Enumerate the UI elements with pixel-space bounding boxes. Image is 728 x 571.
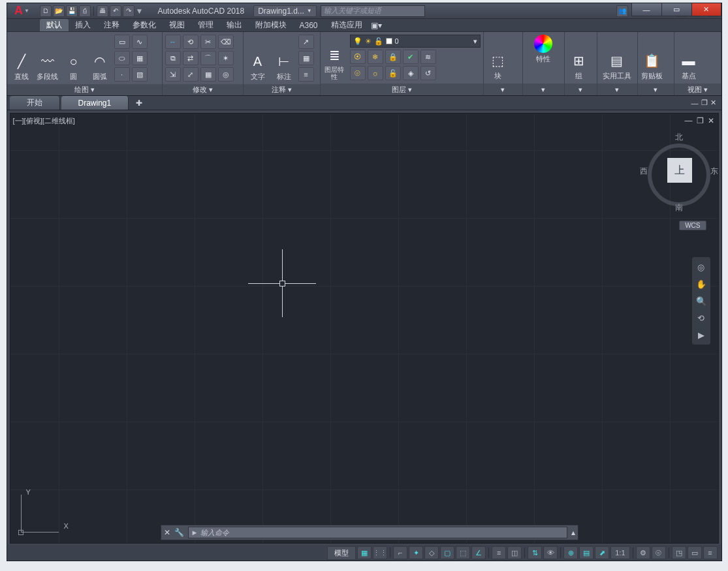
compass-south[interactable]: 南 <box>675 202 683 213</box>
file-tab-start[interactable]: 开始 <box>10 96 60 110</box>
zoom-extents-icon[interactable]: 🔍 <box>695 294 708 307</box>
measure-button[interactable]: ▤实用工具 <box>600 35 634 81</box>
panel-layers-expander[interactable]: 图层▾ <box>321 84 483 95</box>
color-wheel-icon[interactable] <box>534 35 552 53</box>
drawing-area[interactable]: [一][俯视][二维线框] — ❐ ✕ 上 北 南 西 东 WCS ◎ ✋ 🔍 … <box>10 113 719 544</box>
offset-icon[interactable]: ◎ <box>218 67 234 82</box>
minimize-button[interactable]: — <box>631 3 661 16</box>
layer-previous-icon[interactable]: ↺ <box>420 66 436 80</box>
tab-default[interactable]: 默认 <box>40 19 69 31</box>
ortho-toggle[interactable]: ⌐ <box>393 546 407 559</box>
command-line[interactable]: ✕ 🔧 ► 输入命令 ▴ <box>161 525 578 540</box>
cmdline-customize-icon[interactable]: 🔧 <box>174 528 184 537</box>
quick-properties-toggle[interactable]: ▤ <box>579 546 593 559</box>
text-button[interactable]: A 文字 <box>246 35 270 82</box>
open-icon[interactable]: 📂 <box>53 5 65 17</box>
vp-restore-icon[interactable]: ❐ <box>701 99 708 107</box>
otrack-toggle[interactable]: ∠ <box>471 546 486 559</box>
tab-manage[interactable]: 管理 <box>191 19 220 31</box>
tab-annotate[interactable]: 注释 <box>97 19 126 31</box>
panel-draw-expander[interactable]: 绘图▾ <box>7 84 162 95</box>
annotation-monitor-toggle[interactable]: 👁 <box>543 546 558 559</box>
3dosnap-toggle[interactable]: ⬚ <box>456 546 470 559</box>
file-tab-drawing1[interactable]: Drawing1 <box>61 96 129 110</box>
paste-button[interactable]: 📋剪贴板 <box>641 35 664 81</box>
point-icon[interactable]: · <box>114 67 130 82</box>
annotation-scale[interactable]: 1:1 <box>610 546 629 559</box>
block-insert-button[interactable]: ⬚块 <box>486 35 510 81</box>
viewcube[interactable]: 上 北 南 西 东 <box>648 128 710 213</box>
panel-groups-expander[interactable]: ▾ <box>565 84 597 95</box>
layer-freeze-icon[interactable]: ❄ <box>368 50 383 64</box>
layer-properties-button[interactable]: ≣ 图层特性 <box>323 35 346 80</box>
layer-dropdown[interactable]: 💡 ☀ 🔓 0 ▾ <box>350 35 481 48</box>
panel-utilities-expander[interactable]: ▾ <box>597 84 637 95</box>
infocenter-icon[interactable]: 👥 <box>616 5 628 17</box>
showmotion-icon[interactable]: ▶ <box>695 328 708 341</box>
anno-autoscale-toggle[interactable]: ⬈ <box>595 546 609 559</box>
layer-isolate-icon[interactable]: ◈ <box>403 66 419 80</box>
panel-annotate-expander[interactable]: 注释▾ <box>244 84 320 95</box>
vp-close-icon[interactable]: ✕ <box>708 116 714 125</box>
tab-output[interactable]: 输出 <box>220 19 249 31</box>
table-icon[interactable]: ▦ <box>298 51 314 65</box>
isolate-objects-icon[interactable]: ◳ <box>672 546 686 559</box>
clean-screen-icon[interactable]: ▭ <box>688 546 702 559</box>
tab-parametric[interactable]: 参数化 <box>126 19 163 31</box>
plot-icon[interactable]: 🖶 <box>97 5 108 17</box>
compass-east[interactable]: 东 <box>710 166 718 177</box>
circle-button[interactable]: ○ 圆 <box>62 35 86 82</box>
wcs-dropdown[interactable]: WCS <box>679 221 706 230</box>
undo-icon[interactable]: ↶ <box>110 5 121 17</box>
redo-icon[interactable]: ↷ <box>123 5 135 17</box>
snap-mode-toggle[interactable]: ⋮⋮ <box>373 546 387 559</box>
layer-lock-icon[interactable]: 🔒 <box>385 50 401 64</box>
workspace-switching-icon[interactable]: ⚙ <box>636 546 650 559</box>
model-space-toggle[interactable]: 模型 <box>327 546 356 560</box>
selection-cycling-toggle[interactable]: ⇅ <box>528 546 542 559</box>
tab-featured[interactable]: 精选应用 <box>324 19 369 31</box>
vp-minimize-icon[interactable]: — <box>691 99 699 107</box>
transparency-toggle[interactable]: ◫ <box>507 546 522 559</box>
tab-addins[interactable]: 附加模块 <box>249 19 293 31</box>
panel-block-expander[interactable]: ▾ <box>484 84 522 95</box>
panel-properties-expander[interactable]: ▾ <box>523 84 564 95</box>
trim-icon[interactable]: ✂ <box>200 35 216 49</box>
move-icon[interactable]: ↔ <box>165 35 181 49</box>
rectangle-icon[interactable]: ▭ <box>114 35 130 49</box>
viewport-label[interactable]: [一][俯视][二维线框] <box>13 116 75 126</box>
cmdline-close-icon[interactable]: ✕ <box>164 528 170 537</box>
dimension-button[interactable]: ⊢ 标注 <box>272 35 296 82</box>
new-tab-button[interactable]: ✚ <box>130 96 148 110</box>
copy-icon[interactable]: ⧉ <box>165 51 181 65</box>
layer-on-icon[interactable]: ⦾ <box>350 66 366 80</box>
explode-icon[interactable]: ✶ <box>218 51 234 65</box>
hatch-icon[interactable]: ▦ <box>132 51 148 65</box>
mtext-icon[interactable]: ≡ <box>298 67 314 82</box>
dynamic-input-toggle[interactable]: ⊕ <box>563 546 578 559</box>
ellipse-icon[interactable]: ⬭ <box>114 51 130 65</box>
stretch-icon[interactable]: ⇲ <box>165 67 181 82</box>
grid-display-toggle[interactable]: ▦ <box>357 546 372 559</box>
viewcube-top-face[interactable]: 上 <box>667 158 692 183</box>
maximize-button[interactable]: ▭ <box>661 3 691 16</box>
tab-view[interactable]: 视图 <box>163 19 191 31</box>
document-switcher[interactable]: Drawing1.d... ▼ <box>253 5 317 17</box>
layer-make-current-icon[interactable]: ✔ <box>403 50 419 64</box>
spline-icon[interactable]: ∿ <box>132 35 148 49</box>
osnap-toggle[interactable]: ▢ <box>440 546 454 559</box>
compass-north[interactable]: 北 <box>675 132 683 143</box>
isodraft-toggle[interactable]: ◇ <box>424 546 439 559</box>
scale-icon[interactable]: ⤢ <box>183 67 198 82</box>
line-button[interactable]: ╱ 直线 <box>10 35 33 82</box>
search-input[interactable]: 输入关键字或短语 <box>321 5 425 17</box>
rotate-icon[interactable]: ⟲ <box>183 35 198 49</box>
panel-view-expander[interactable]: 视图▾ <box>674 84 721 95</box>
polyline-button[interactable]: 〰 多段线 <box>36 35 59 82</box>
save-icon[interactable]: 💾 <box>66 5 78 17</box>
compass-west[interactable]: 西 <box>640 166 648 177</box>
region-icon[interactable]: ▧ <box>132 67 148 82</box>
customize-statusbar-icon[interactable]: ≡ <box>703 546 718 559</box>
command-input[interactable]: ► 输入命令 <box>188 527 567 538</box>
application-menu[interactable]: A ▼ <box>7 3 37 19</box>
